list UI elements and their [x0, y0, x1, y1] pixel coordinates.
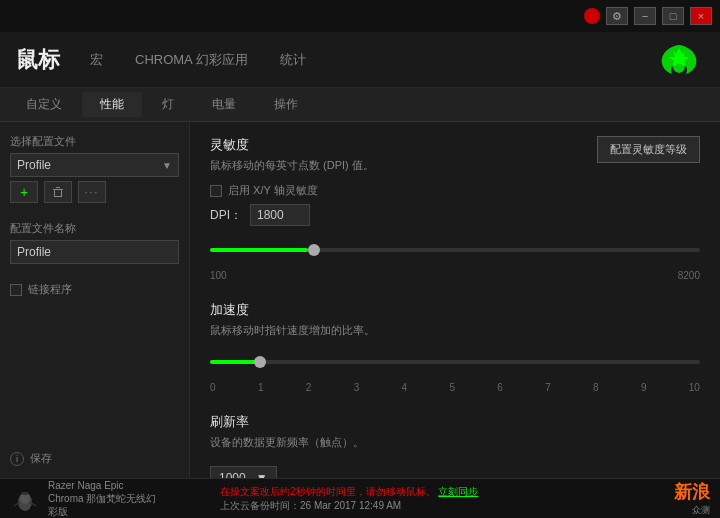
delete-profile-button[interactable]	[44, 181, 72, 203]
footer: Razer Naga Epic Chroma 那伽梵蛇无线幻 彩版 在操文案改后…	[0, 478, 720, 518]
title-bar: ⚙ − □ ×	[0, 0, 720, 32]
footer-brand: 新浪 众测	[674, 480, 710, 517]
profile-name-label: 配置文件名称	[10, 221, 179, 236]
dpi-max-label: 8200	[678, 270, 700, 281]
dpi-slider-thumb[interactable]	[308, 244, 320, 256]
refresh-select[interactable]: 1000 ▼	[210, 466, 277, 478]
accel-label-5: 5	[449, 382, 455, 393]
accel-label-8: 8	[593, 382, 599, 393]
razer-logo	[654, 40, 704, 80]
accel-label-9: 9	[641, 382, 647, 393]
tab-action[interactable]: 操作	[256, 92, 316, 117]
refresh-desc: 设备的数据更新频率（触点）。	[210, 435, 700, 450]
maximize-button[interactable]: □	[662, 7, 684, 25]
tab-performance[interactable]: 性能	[82, 92, 142, 117]
device-name-line3: 彩版	[48, 505, 156, 518]
dpi-slider-labels: 100 8200	[210, 270, 700, 281]
app-title: 鼠标	[16, 45, 60, 75]
acceleration-slider-thumb[interactable]	[254, 356, 266, 368]
accel-label-7: 7	[545, 382, 551, 393]
accel-label-2: 2	[306, 382, 312, 393]
device-name-line1: Razer Naga Epic	[48, 479, 156, 492]
header-nav: 宏 CHROMA 幻彩应用 统计	[90, 49, 654, 71]
brand-sub-label: 众测	[692, 504, 710, 517]
acceleration-slider-track	[210, 360, 700, 364]
title-bar-dot	[584, 8, 600, 24]
save-section[interactable]: i 保存	[10, 451, 179, 466]
link-program-row[interactable]: 链接程序	[10, 282, 179, 297]
acceleration-desc: 鼠标移动时指针速度增加的比率。	[210, 323, 700, 338]
footer-sync-link[interactable]: 立刻同步	[438, 486, 478, 497]
accel-label-10: 10	[689, 382, 700, 393]
footer-last-sync: 上次云备份时间：26 Mar 2017 12:49 AM	[220, 500, 401, 511]
tab-power[interactable]: 电量	[194, 92, 254, 117]
dpi-input-row: DPI：	[210, 204, 374, 226]
sensitivity-desc: 鼠标移动的每英寸点数 (DPI) 值。	[210, 158, 374, 173]
svg-rect-3	[61, 190, 62, 197]
xy-sensitivity-row: 启用 X/Y 轴灵敏度	[210, 183, 374, 198]
chevron-down-icon: ▼	[162, 160, 172, 171]
acceleration-title: 加速度	[210, 301, 700, 319]
brand-icon: 新浪	[674, 480, 710, 504]
acceleration-slider[interactable]	[210, 348, 700, 376]
tab-custom[interactable]: 自定义	[8, 92, 80, 117]
add-profile-button[interactable]: +	[10, 181, 38, 203]
dpi-slider-fill	[210, 248, 308, 252]
dpi-slider[interactable]	[210, 236, 700, 264]
svg-rect-7	[22, 492, 28, 495]
acceleration-slider-fill	[210, 360, 259, 364]
dpi-slider-container: 100 8200	[210, 236, 700, 281]
nav-item-macro[interactable]: 宏	[90, 49, 103, 71]
select-profile-label: 选择配置文件	[10, 134, 179, 149]
more-options-button[interactable]: ···	[78, 181, 106, 203]
settings-button[interactable]: ⚙	[606, 7, 628, 25]
xy-sensitivity-checkbox[interactable]	[210, 185, 222, 197]
accel-label-3: 3	[354, 382, 360, 393]
profile-select[interactable]: Profile ▼	[10, 153, 179, 177]
profile-select-value: Profile	[17, 158, 51, 172]
link-program-label: 链接程序	[28, 282, 72, 297]
device-name-line2: Chroma 那伽梵蛇无线幻	[48, 492, 156, 505]
refresh-title: 刷新率	[210, 413, 700, 431]
sidebar: 选择配置文件 Profile ▼ + ··· 配置文件名称 链接程序 i	[0, 122, 190, 478]
device-name-label: Razer Naga Epic Chroma 那伽梵蛇无线幻 彩版	[48, 479, 156, 518]
accel-label-1: 1	[258, 382, 264, 393]
accel-label-6: 6	[497, 382, 503, 393]
main-layout: 选择配置文件 Profile ▼ + ··· 配置文件名称 链接程序 i	[0, 122, 720, 478]
nav-item-stats[interactable]: 统计	[280, 49, 306, 71]
content-area: 灵敏度 鼠标移动的每英寸点数 (DPI) 值。 启用 X/Y 轴灵敏度 DPI：…	[190, 122, 720, 478]
refresh-section: 刷新率 设备的数据更新频率（触点）。 1000 ▼	[210, 413, 700, 478]
config-sensitivity-button[interactable]: 配置灵敏度等级	[597, 136, 700, 163]
nav-item-chroma[interactable]: CHROMA 幻彩应用	[135, 49, 248, 71]
device-icon	[10, 484, 40, 514]
svg-rect-1	[56, 187, 60, 188]
footer-warning-text: 在操文案改后约2秒钟的时间里，请勿移动鼠标。	[220, 486, 436, 497]
dpi-slider-track	[210, 248, 700, 252]
footer-device: Razer Naga Epic Chroma 那伽梵蛇无线幻 彩版	[10, 479, 200, 518]
accel-label-0: 0	[210, 382, 216, 393]
xy-sensitivity-label: 启用 X/Y 轴灵敏度	[228, 183, 318, 198]
svg-rect-2	[54, 190, 55, 197]
profile-name-input[interactable]	[10, 240, 179, 264]
sensitivity-title: 灵敏度	[210, 136, 374, 154]
svg-rect-0	[53, 189, 63, 190]
close-button[interactable]: ×	[690, 7, 712, 25]
acceleration-section: 加速度 鼠标移动时指针速度增加的比率。 0 1 2 3 4 5 6 7 8 9 …	[210, 301, 700, 393]
save-label: 保存	[30, 451, 52, 466]
acceleration-labels: 0 1 2 3 4 5 6 7 8 9 10	[210, 382, 700, 393]
sensitivity-header-row: 灵敏度 鼠标移动的每英寸点数 (DPI) 值。 启用 X/Y 轴灵敏度 DPI：…	[210, 136, 700, 226]
dpi-input[interactable]	[250, 204, 310, 226]
footer-message: 在操文案改后约2秒钟的时间里，请勿移动鼠标。 立刻同步 上次云备份时间：26 M…	[200, 485, 674, 513]
link-program-checkbox[interactable]	[10, 284, 22, 296]
tabs-bar: 自定义 性能 灯 电量 操作	[0, 88, 720, 122]
tab-light[interactable]: 灯	[144, 92, 192, 117]
refresh-arrow-icon: ▼	[256, 471, 268, 478]
refresh-value: 1000	[219, 471, 246, 478]
sensitivity-section: 灵敏度 鼠标移动的每英寸点数 (DPI) 值。 启用 X/Y 轴灵敏度 DPI：…	[210, 136, 700, 281]
svg-rect-4	[54, 196, 62, 197]
info-icon: i	[10, 452, 24, 466]
profile-actions: + ···	[10, 181, 179, 203]
accel-label-4: 4	[402, 382, 408, 393]
minimize-button[interactable]: −	[634, 7, 656, 25]
header: 鼠标 宏 CHROMA 幻彩应用 统计	[0, 32, 720, 88]
